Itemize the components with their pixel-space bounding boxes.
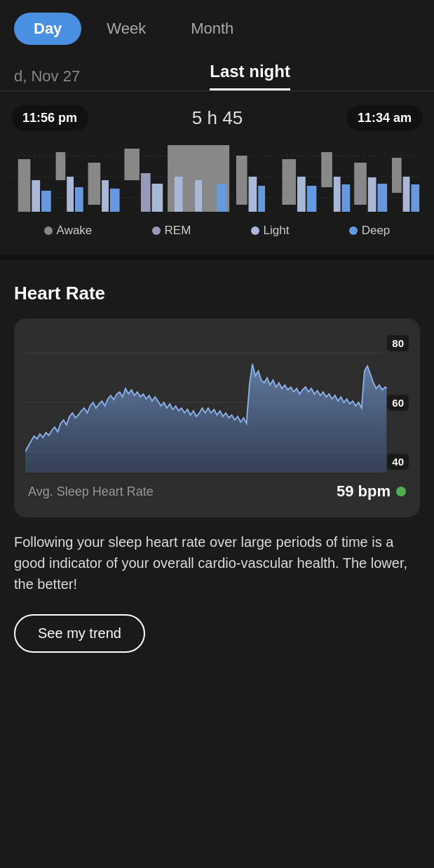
sleep-time-row: 11:56 pm 5 h 45 11:34 am — [7, 105, 427, 131]
heart-rate-title: Heart Rate — [14, 283, 420, 304]
svg-rect-29 — [354, 163, 367, 205]
rem-dot — [152, 226, 161, 235]
legend-deep: Deep — [349, 224, 391, 238]
hr-label-40: 40 — [387, 454, 409, 470]
heart-rate-card: 80 60 40 Avg. Sleep Heart Rate 59 bpm — [14, 318, 420, 517]
sleep-stages-chart — [7, 138, 427, 215]
avg-hr-label: Avg. Sleep Heart Rate — [28, 484, 154, 499]
svg-rect-11 — [110, 189, 120, 212]
sleep-start-badge: 11:56 pm — [11, 105, 88, 131]
avg-hr-number: 59 bpm — [337, 482, 391, 501]
see-trend-button[interactable]: See my trend — [14, 614, 145, 653]
hr-label-60: 60 — [387, 395, 409, 411]
hr-chart-svg — [25, 332, 409, 473]
sleep-duration: 5 h 45 — [192, 107, 243, 129]
hr-label-80: 80 — [387, 335, 409, 351]
svg-rect-34 — [411, 184, 419, 212]
svg-rect-3 — [18, 159, 31, 212]
tab-week[interactable]: Week — [87, 13, 165, 45]
section-divider — [0, 255, 434, 260]
svg-rect-10 — [102, 180, 109, 212]
legend-awake: Awake — [44, 224, 93, 238]
svg-rect-27 — [334, 177, 341, 212]
awake-dot — [44, 226, 53, 235]
svg-rect-32 — [392, 158, 402, 193]
tab-bar: Day Week Month — [0, 0, 434, 53]
svg-rect-22 — [272, 142, 278, 212]
sleep-stages-svg — [11, 138, 423, 215]
svg-rect-14 — [152, 184, 163, 212]
avg-hr-row: Avg. Sleep Heart Rate 59 bpm — [25, 473, 409, 503]
tab-day[interactable]: Day — [14, 13, 81, 45]
sleep-end-badge: 11:34 am — [346, 105, 423, 131]
svg-rect-12 — [124, 149, 140, 180]
svg-rect-17 — [195, 180, 202, 212]
hr-chart-area: 80 60 40 — [25, 332, 409, 473]
svg-rect-8 — [75, 187, 83, 212]
svg-rect-6 — [56, 152, 66, 180]
svg-rect-20 — [249, 177, 257, 212]
green-status-dot — [396, 487, 406, 496]
period-label: Last night — [210, 62, 290, 90]
legend-rem: REM — [152, 224, 191, 238]
svg-rect-5 — [41, 191, 51, 212]
svg-rect-31 — [377, 184, 387, 212]
deep-label: Deep — [362, 224, 391, 238]
svg-rect-33 — [403, 177, 410, 212]
svg-rect-13 — [141, 173, 151, 212]
svg-rect-16 — [175, 177, 183, 212]
svg-rect-30 — [368, 177, 377, 212]
sleep-chart-section: 11:56 pm 5 h 45 11:34 am — [0, 91, 434, 249]
svg-rect-28 — [342, 184, 351, 212]
hr-description: Following your sleep heart rate over lar… — [14, 531, 420, 595]
svg-rect-26 — [321, 152, 332, 187]
light-dot — [251, 226, 259, 235]
svg-rect-18 — [217, 184, 227, 212]
light-label: Light — [264, 224, 290, 238]
date-nav: d, Nov 27 Last night — [0, 53, 434, 91]
deep-dot — [349, 226, 358, 235]
tab-month[interactable]: Month — [171, 13, 253, 45]
avg-hr-value: 59 bpm — [337, 482, 406, 501]
svg-rect-25 — [307, 186, 317, 212]
date-label: d, Nov 27 — [14, 67, 80, 86]
svg-rect-9 — [88, 163, 101, 205]
hr-y-labels: 80 60 40 — [387, 332, 409, 473]
svg-rect-21 — [258, 186, 265, 212]
svg-rect-4 — [32, 180, 40, 212]
svg-rect-24 — [297, 177, 306, 212]
sleep-legend: Awake REM Light Deep — [7, 215, 427, 238]
awake-label: Awake — [57, 224, 93, 238]
svg-rect-19 — [236, 156, 247, 205]
svg-rect-7 — [67, 177, 74, 212]
rem-label: REM — [165, 224, 191, 238]
svg-rect-23 — [282, 159, 296, 205]
heart-rate-section: Heart Rate — [0, 266, 434, 670]
legend-light: Light — [251, 224, 290, 238]
